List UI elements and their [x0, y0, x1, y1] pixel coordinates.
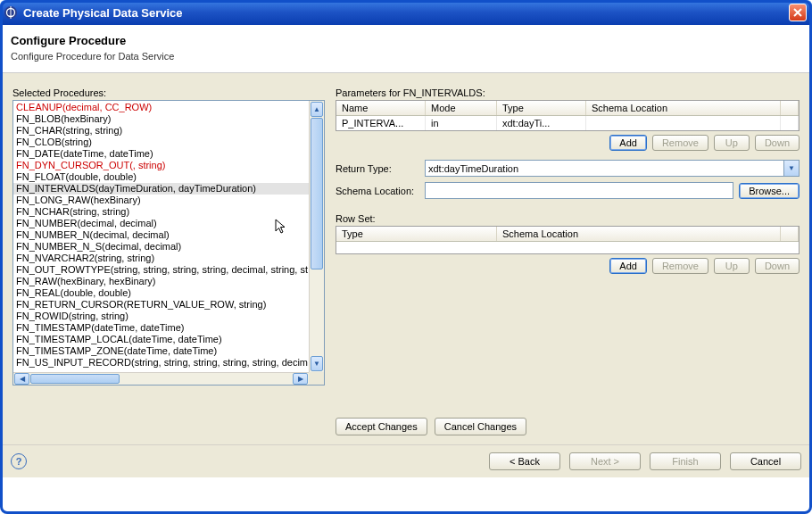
cancel-changes-button[interactable]: Cancel Changes — [435, 418, 526, 435]
list-item[interactable]: FN_FLOAT(double, double) — [13, 171, 324, 183]
wizard-footer: ? < Back Next > Finish Cancel — [0, 444, 812, 477]
scroll-thumb-h[interactable] — [30, 374, 120, 384]
rowset-up-button: Up — [714, 258, 750, 274]
list-item[interactable]: FN_RAW(hexBinary, hexBinary) — [13, 276, 324, 287]
list-item[interactable]: FN_DATE(dateTime, dateTime) — [13, 148, 324, 160]
list-item[interactable]: FN_TIMESTAMP(dateTime, dateTime) — [13, 322, 324, 334]
vertical-scrollbar[interactable]: ▲ ▼ — [309, 101, 324, 372]
scroll-down-icon[interactable]: ▼ — [311, 356, 323, 371]
list-item[interactable]: FN_NUMBER_N(decimal, decimal) — [13, 229, 324, 241]
list-item[interactable]: FN_DYN_CURSOR_OUT(, string) — [13, 160, 324, 171]
list-item[interactable]: FN_OUT_ROWTYPE(string, string, string, s… — [13, 264, 324, 276]
parameters-table[interactable]: Name Mode Type Schema Location P_INTERVA… — [336, 100, 800, 131]
list-item[interactable]: FN_BLOB(hexBinary) — [13, 113, 324, 125]
list-item[interactable]: FN_RETURN_CURSOR(RETURN_VALUE_ROW, strin… — [13, 299, 324, 311]
list-item[interactable]: CLEANUP(decimal, CC_ROW) — [13, 102, 324, 113]
list-item[interactable]: FN_LONG_RAW(hexBinary) — [13, 195, 324, 206]
rowset-col-type[interactable]: Type — [336, 227, 497, 241]
rowset-add-button[interactable]: Add — [609, 258, 647, 274]
help-icon[interactable]: ? — [11, 453, 27, 469]
params-remove-button: Remove — [652, 135, 708, 151]
table-row[interactable] — [336, 242, 799, 254]
params-add-button[interactable]: Add — [609, 135, 647, 151]
scroll-left-icon[interactable]: ◀ — [14, 373, 29, 385]
schema-location-label: Schema Location: — [336, 186, 419, 196]
window-title: Create Physical Data Service — [23, 6, 183, 20]
table-row[interactable]: P_INTERVA... in xdt:dayTi... — [336, 116, 799, 130]
chevron-down-icon[interactable]: ▼ — [783, 161, 799, 176]
page-subtitle: Configure Procedure for Data Service — [11, 51, 801, 62]
main-content: Selected Procedures: CLEANUP(decimal, CC… — [0, 73, 812, 444]
close-button[interactable] — [789, 4, 807, 21]
list-item[interactable]: FN_REAL(double, double) — [13, 287, 324, 299]
params-down-button: Down — [755, 135, 800, 151]
cancel-button[interactable]: Cancel — [730, 452, 801, 470]
col-type[interactable]: Type — [497, 101, 586, 115]
list-item[interactable]: FN_US_INPUT_RECORD(string, string, strin… — [13, 357, 324, 369]
list-item[interactable]: FN_NUMBER(decimal, decimal) — [13, 218, 324, 229]
schema-location-input[interactable] — [425, 182, 733, 199]
col-name[interactable]: Name — [336, 101, 426, 115]
return-type-select[interactable] — [425, 160, 800, 177]
scroll-up-icon[interactable]: ▲ — [311, 102, 323, 117]
parameters-label: Parameters for FN_INTERVALDS: — [336, 87, 800, 98]
params-up-button: Up — [714, 135, 750, 151]
list-item[interactable]: FN_NUMBER_N_S(decimal, decimal) — [13, 241, 324, 253]
col-schema[interactable]: Schema Location — [586, 101, 781, 115]
back-button[interactable]: < Back — [489, 452, 560, 470]
next-button: Next > — [569, 452, 641, 470]
horizontal-scrollbar[interactable]: ◀ ▶ — [13, 372, 309, 385]
rowset-remove-button: Remove — [652, 258, 708, 274]
list-item[interactable]: FN_NVARCHAR2(string, string) — [13, 253, 324, 264]
list-item[interactable]: FN_CLOB(string) — [13, 137, 324, 148]
procedures-label: Selected Procedures: — [12, 87, 325, 98]
rowset-col-schema[interactable]: Schema Location — [497, 227, 781, 241]
list-item[interactable]: FN_CHAR(string, string) — [13, 125, 324, 137]
accept-changes-button[interactable]: Accept Changes — [336, 418, 427, 435]
list-item[interactable]: FN_INTERVALDS(dayTimeDuration, dayTimeDu… — [13, 183, 324, 195]
rowset-table[interactable]: Type Schema Location — [336, 226, 800, 254]
page-title: Configure Procedure — [11, 34, 801, 47]
return-type-label: Return Type: — [336, 163, 419, 174]
wizard-header: Configure Procedure Configure Procedure … — [0, 25, 812, 73]
finish-button: Finish — [650, 452, 721, 470]
scroll-right-icon[interactable]: ▶ — [293, 373, 308, 385]
rowset-down-button: Down — [755, 258, 800, 274]
browse-button[interactable]: Browse... — [739, 183, 800, 199]
list-item[interactable]: FN_NCHAR(string, string) — [13, 206, 324, 218]
procedures-list[interactable]: CLEANUP(decimal, CC_ROW)FN_BLOB(hexBinar… — [12, 100, 325, 386]
titlebar: Create Physical Data Service — [0, 0, 812, 25]
app-icon — [4, 5, 18, 20]
list-item[interactable]: FN_ROWID(string, string) — [13, 311, 324, 322]
col-mode[interactable]: Mode — [426, 101, 497, 115]
scroll-thumb[interactable] — [311, 118, 323, 269]
list-item[interactable]: FN_TIMESTAMP_LOCAL(dateTime, dateTime) — [13, 334, 324, 345]
rowset-label: Row Set: — [336, 213, 800, 224]
list-item[interactable]: FN_TIMESTAMP_ZONE(dateTime, dateTime) — [13, 345, 324, 357]
